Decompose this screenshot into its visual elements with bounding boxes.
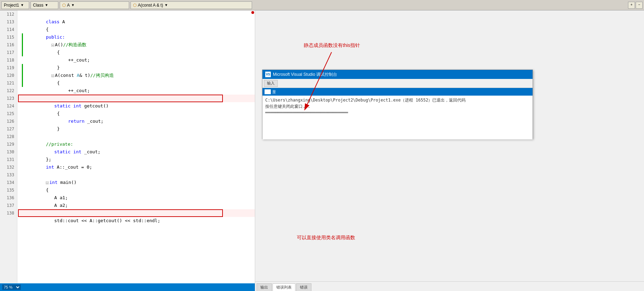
- ln-112: 112: [0, 10, 17, 18]
- code-line-114: public:: [19, 26, 255, 33]
- tab-output-text: 输出: [260, 285, 268, 290]
- green-bar-119-122: [22, 64, 23, 87]
- line-numbers: 112 113 114 115 116 117 118 119 120 121 …: [0, 10, 17, 291]
- tab-output[interactable]: 输出: [257, 283, 272, 291]
- code-line-116: {: [19, 41, 255, 49]
- annotation-static: 静态成员函数没有this指针: [304, 42, 360, 49]
- ln-124: 124: [0, 102, 17, 110]
- tab-errors-text: 错误: [300, 285, 308, 290]
- class-arrow: ▼: [45, 3, 48, 7]
- code-area[interactable]: class A { public: −A()//构造函数 {: [17, 10, 255, 291]
- code-line-125: return _cout;: [19, 110, 255, 118]
- debug-title: Microsoft Visual Studio 调试控制台: [273, 72, 337, 78]
- code-line-129: static int _cout;: [19, 140, 255, 148]
- main-container: 112 113 114 115 116 117 118 119 120 121 …: [0, 10, 644, 291]
- code-line-130: };: [19, 148, 255, 156]
- ln-127: 127: [0, 125, 17, 133]
- annotation-static-text: 静态成员函数没有this指针: [304, 42, 360, 48]
- separator-text: ═════════════════════════════════: [265, 110, 348, 115]
- project-arrow: ▼: [20, 3, 24, 7]
- ln-135: 135: [0, 186, 17, 194]
- class-label: Class: [33, 3, 43, 8]
- debug-content: C:\Users\zhangxing\Desktop\Project2\Debu…: [262, 96, 533, 139]
- tab-input-label: 输入: [267, 81, 275, 86]
- vs-icon: VS: [265, 72, 271, 77]
- debug-console-window: VS Microsoft Visual Studio 调试控制台 输入 3 显 …: [262, 70, 533, 139]
- code-line-118: }: [19, 56, 255, 64]
- debug-text-1: C:\Users\zhangxing\Desktop\Project2\Debu…: [265, 98, 466, 103]
- code-line-121: ++_cout;: [19, 79, 255, 87]
- project-dropdown[interactable]: Project1 ▼: [1, 1, 29, 9]
- a-icon: ⬡: [62, 3, 66, 8]
- minus-icon: −: [638, 3, 640, 7]
- code-editor[interactable]: 112 113 114 115 116 117 118 119 120 121 …: [0, 10, 255, 291]
- method-dropdown[interactable]: ⬡ A(const A & t) ▼: [131, 1, 252, 9]
- ln-123: 123: [0, 95, 17, 102]
- debug-separator: ═════════════════════════════════: [265, 110, 530, 116]
- ln-133: 133: [0, 171, 17, 179]
- ln-126: 126: [0, 118, 17, 125]
- code-line-112: class A: [19, 10, 255, 18]
- tab-error-list-text: 错误列表: [276, 285, 292, 290]
- code-line-132: [19, 163, 255, 171]
- ln-121: 121: [0, 79, 17, 87]
- ln-137: 137: [0, 202, 17, 209]
- tab-errors[interactable]: 错误: [296, 283, 311, 291]
- code-line-134: {: [19, 179, 255, 186]
- ln-117: 117: [0, 49, 17, 56]
- method-label: A(const A & t): [138, 3, 163, 8]
- status-bar: 75 % 100 % 125 %: [0, 283, 255, 291]
- tab-error-list[interactable]: 错误列表: [273, 283, 295, 291]
- green-bar-115-118: [22, 33, 23, 56]
- project-label: Project1: [4, 3, 19, 8]
- ln-130: 130: [0, 148, 17, 156]
- output-label: 显: [272, 89, 276, 95]
- code-line-123: static int getcout(): [19, 95, 255, 102]
- a-arrow: ▼: [71, 3, 75, 7]
- method-arrow: ▼: [165, 3, 168, 7]
- ln-129: 129: [0, 140, 17, 148]
- debug-area: 静态成员函数没有this指针 VS Microsoft Visual Studi…: [255, 10, 644, 291]
- ln-134: 134: [0, 179, 17, 186]
- ln-131: 131: [0, 156, 17, 163]
- debug-tabs: 输入: [262, 79, 533, 88]
- code-line-115: −A()//构造函数: [19, 33, 255, 41]
- top-toolbar: Project1 ▼ Class ▼ ⬡ A ▼ ⬡ A(const A & t…: [0, 0, 644, 10]
- code-line-119: −A(const A& t)//拷贝构造: [19, 64, 255, 72]
- debug-titlebar: VS Microsoft Visual Studio 调试控制台: [262, 70, 533, 79]
- ln-118: 118: [0, 56, 17, 64]
- ln-114: 114: [0, 26, 17, 33]
- zoom-control[interactable]: 75 % 100 % 125 %: [2, 284, 21, 290]
- code-line-128: //private:: [19, 133, 255, 140]
- debug-line-2: 按任意键关闭此窗口...: [265, 103, 530, 110]
- code-line-126: }: [19, 118, 255, 125]
- bottom-tabs: 输出 错误列表 错误: [255, 281, 644, 291]
- code-line-133: −int main(): [19, 171, 255, 179]
- tab-input[interactable]: 输入: [264, 80, 278, 87]
- ln-120: 120: [0, 72, 17, 79]
- code-line-137: A a3(a1);: [19, 202, 255, 209]
- output-number: 3: [265, 89, 271, 94]
- ln-116: 116: [0, 41, 17, 49]
- annotation-classname-text: 可以直接使用类名调用函数: [297, 235, 355, 240]
- class-dropdown[interactable]: Class ▼: [31, 1, 58, 9]
- ln-115: 115: [0, 33, 17, 41]
- ln-122: 122: [0, 87, 17, 95]
- code-line-127: [19, 125, 255, 133]
- toolbar-buttons: + −: [628, 2, 643, 9]
- code-line-131: int A::_cout = 0;: [19, 156, 255, 163]
- zoom-select[interactable]: 75 % 100 % 125 %: [2, 284, 21, 290]
- code-line-122: }: [19, 87, 255, 95]
- debug-line-1: C:\Users\zhangxing\Desktop\Project2\Debu…: [265, 97, 530, 103]
- a-dropdown[interactable]: ⬡ A ▼: [60, 1, 129, 9]
- code-line-113: {: [19, 18, 255, 26]
- code-line-138: std::cout << A::getcout() << std::endl;: [19, 209, 255, 217]
- minus-button[interactable]: −: [636, 2, 643, 9]
- plus-button[interactable]: +: [628, 2, 635, 9]
- ln-113: 113: [0, 18, 17, 26]
- ln-138: 138: [0, 209, 17, 217]
- ln-136: 136: [0, 194, 17, 202]
- ln-132: 132: [0, 163, 17, 171]
- plus-icon: +: [630, 3, 633, 7]
- debug-output-bar: 3 显: [262, 88, 533, 96]
